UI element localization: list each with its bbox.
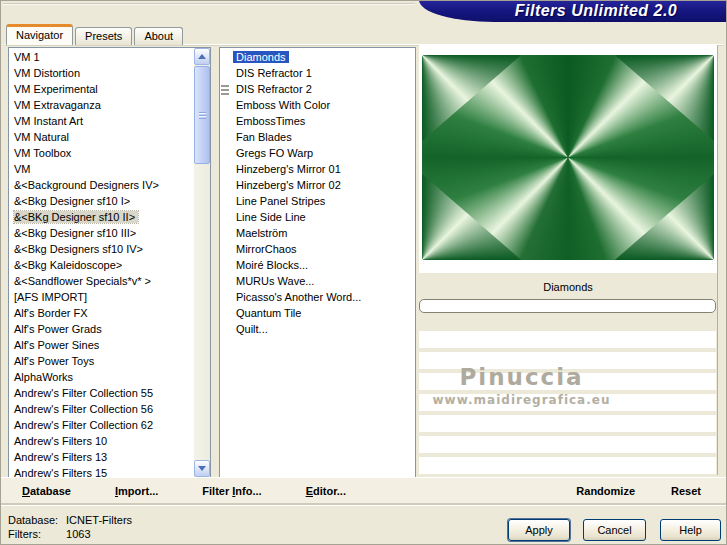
category-list: VM 1VM DistortionVM ExperimentalVM Extra… — [9, 48, 193, 481]
category-item[interactable]: Alf's Power Toys — [9, 353, 193, 369]
category-item[interactable]: Alf's Power Grads — [9, 321, 193, 337]
category-item[interactable]: VM Extravaganza — [9, 97, 193, 113]
filters-label: Filters: — [8, 527, 63, 541]
help-button[interactable]: Help — [660, 519, 721, 541]
filter-info-button[interactable]: Filter Info... — [202, 485, 261, 497]
import-button[interactable]: Import... — [115, 485, 158, 497]
category-item[interactable]: &<Sandflower Specials*v* > — [9, 273, 193, 289]
randomize-button[interactable]: Randomize — [576, 485, 635, 497]
filter-item[interactable]: Hinzeberg's Mirror 02 — [220, 177, 415, 193]
filter-item[interactable]: Quantum Tile — [220, 305, 415, 321]
filter-listbox[interactable]: DiamondsDIS Refractor 1DIS Refractor 2Em… — [219, 47, 416, 478]
tab-about[interactable]: About — [134, 27, 183, 45]
status-filters-row: Filters: 1063 — [8, 527, 132, 541]
database-button[interactable]: Database — [22, 485, 71, 497]
reset-button[interactable]: Reset — [671, 485, 701, 497]
filter-item[interactable]: Picasso's Another Word... — [220, 289, 415, 305]
database-label: Database: — [8, 513, 63, 527]
filter-item[interactable]: Line Panel Stripes — [220, 193, 415, 209]
toolbar-left-group: Database Import... Filter Info... Editor… — [0, 485, 346, 497]
preview-box — [419, 45, 717, 273]
category-item[interactable]: Alf's Power Sines — [9, 337, 193, 353]
filter-item[interactable]: Moiré Blocks... — [220, 257, 415, 273]
grip-icon — [221, 85, 229, 95]
category-item[interactable]: VM Distortion — [9, 65, 193, 81]
category-item[interactable]: &<Bkg Designer sf10 I> — [9, 193, 193, 209]
filter-item[interactable]: EmbossTimes — [220, 113, 415, 129]
apply-button[interactable]: Apply — [508, 519, 570, 541]
category-item[interactable]: &<Bkg Designers sf10 IV> — [9, 241, 193, 257]
scroll-up-icon[interactable] — [194, 48, 210, 65]
category-item[interactable]: &<BKg Designer sf10 II> — [9, 209, 193, 225]
progress-bar — [419, 299, 716, 313]
filter-item[interactable]: Hinzeberg's Mirror 01 — [220, 161, 415, 177]
category-item[interactable]: VM Experimental — [9, 81, 193, 97]
tab-presets[interactable]: Presets — [75, 27, 132, 45]
category-scrollbar[interactable] — [194, 48, 210, 477]
pattern-edge-glow — [422, 119, 460, 197]
category-listbox[interactable]: VM 1VM DistortionVM ExperimentalVM Extra… — [8, 47, 211, 478]
toolbar-right-group: Randomize Reset — [576, 485, 727, 497]
filter-item[interactable]: MirrorChaos — [220, 241, 415, 257]
category-item[interactable]: VM — [9, 161, 193, 177]
filter-item[interactable]: Emboss With Color — [220, 97, 415, 113]
category-item[interactable]: AlphaWorks — [9, 369, 193, 385]
scrollbar-thumb[interactable] — [194, 66, 210, 164]
title-banner: Filters Unlimited 2.0 — [419, 0, 727, 22]
pattern-edge-glow — [676, 119, 714, 197]
category-item[interactable]: [AFS IMPORT] — [9, 289, 193, 305]
filter-item[interactable]: Fan Blades — [220, 129, 415, 145]
tab-bar: Navigator Presets About — [6, 24, 183, 45]
filter-caption: Diamonds — [419, 278, 717, 296]
filter-item[interactable]: Gregs FO Warp — [220, 145, 415, 161]
down-arrow-icon — [198, 466, 206, 471]
category-item[interactable]: Andrew's Filter Collection 55 — [9, 385, 193, 401]
filters-value: 1063 — [66, 528, 90, 540]
filter-item[interactable]: DIS Refractor 2 — [220, 81, 415, 97]
database-value: ICNET-Filters — [66, 514, 132, 526]
category-item[interactable]: VM 1 — [9, 49, 193, 65]
app-title: Filters Unlimited 2.0 — [515, 2, 678, 19]
tab-navigator[interactable]: Navigator — [6, 24, 73, 45]
editor-button[interactable]: Editor... — [306, 485, 346, 497]
category-item[interactable]: &<Bkg Designer sf10 III> — [9, 225, 193, 241]
bottom-toolbar: Database Import... Filter Info... Editor… — [0, 477, 727, 504]
category-item[interactable]: VM Natural — [9, 129, 193, 145]
category-item[interactable]: &<Background Designers IV> — [9, 177, 193, 193]
top-groove-line — [3, 3, 415, 5]
panel-right-edge — [717, 45, 718, 475]
preview-pattern-image[interactable] — [422, 55, 714, 260]
category-item[interactable]: VM Instant Art — [9, 113, 193, 129]
category-item[interactable]: Alf's Border FX — [9, 305, 193, 321]
filter-list: DiamondsDIS Refractor 1DIS Refractor 2Em… — [220, 48, 415, 337]
filter-item[interactable]: Maelström — [220, 225, 415, 241]
category-item[interactable]: VM Toolbox — [9, 145, 193, 161]
category-item[interactable]: &<Bkg Kaleidoscope> — [9, 257, 193, 273]
filter-item[interactable]: Quilt... — [220, 321, 415, 337]
filter-item[interactable]: Line Side Line — [220, 209, 415, 225]
parameter-area — [419, 331, 716, 474]
up-arrow-icon — [198, 54, 206, 59]
cancel-button[interactable]: Cancel — [583, 519, 646, 541]
filter-item[interactable]: DIS Refractor 1 — [220, 65, 415, 81]
filter-item[interactable]: MURUs Wave... — [220, 273, 415, 289]
category-item[interactable]: Andrew's Filter Collection 56 — [9, 401, 193, 417]
status-database-row: Database: ICNET-Filters — [8, 513, 132, 527]
scroll-down-icon[interactable] — [194, 460, 210, 477]
category-item[interactable]: Andrew's Filters 13 — [9, 449, 193, 465]
category-item[interactable]: Andrew's Filters 10 — [9, 433, 193, 449]
status-info: Database: ICNET-Filters Filters: 1063 — [8, 513, 132, 541]
category-item[interactable]: Andrew's Filter Collection 62 — [9, 417, 193, 433]
filter-item[interactable]: Diamonds — [220, 49, 415, 65]
